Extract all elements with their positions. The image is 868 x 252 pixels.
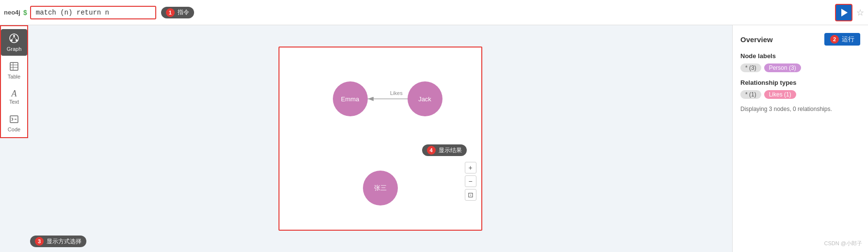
annotation-2-label: 运行	[842, 35, 854, 44]
node-labels-title: Node labels	[740, 52, 860, 60]
star-icon[interactable]: ☆	[856, 7, 864, 18]
annotation-4-label: 显示结果	[439, 146, 462, 155]
sidebar-item-code[interactable]: Code	[1, 110, 27, 136]
text-icon: A	[12, 89, 17, 98]
fit-button[interactable]: ⊡	[465, 189, 476, 201]
node-emma[interactable]: Emma	[333, 81, 368, 116]
display-count: Displaying 3 nodes, 0 relationships.	[740, 106, 860, 112]
node-zhangsan-label: 张三	[374, 184, 387, 192]
sidebar-item-table[interactable]: Table	[1, 58, 27, 83]
sidebar-item-text[interactable]: A Text	[1, 85, 27, 109]
node-tag-all[interactable]: * (3)	[740, 63, 761, 72]
left-area: Graph Table A Text	[0, 25, 28, 252]
rel-tags-row: * (1) Likes (1)	[740, 90, 860, 99]
overview-title: Overview	[740, 35, 773, 44]
table-icon	[9, 62, 19, 73]
annotation-3-badge: 3 显示方式选择	[30, 236, 86, 247]
sidebar-graph-label: Graph	[7, 46, 22, 52]
left-sidebar: Graph Table A Text	[0, 25, 28, 138]
right-panel: Overview 2 运行 Node labels * (3) Person (…	[732, 25, 868, 252]
annotation-2-number: 2	[830, 35, 839, 44]
node-emma-label: Emma	[341, 95, 360, 103]
svg-rect-10	[10, 116, 18, 123]
annotation-4-number: 4	[427, 146, 436, 155]
center-area: Likes Emma Jack 张三 + − ⊡ 4 显	[28, 25, 732, 252]
edge-label: Likes	[390, 90, 403, 96]
annotation-1-number: 1	[166, 8, 175, 17]
zoom-in-button[interactable]: +	[465, 162, 476, 173]
rel-tag-all[interactable]: * (1)	[740, 90, 761, 99]
csdn-watermark: CSDN @小郎子	[824, 240, 862, 247]
sidebar-code-label: Code	[8, 126, 20, 132]
dollar-sign: $	[23, 9, 27, 16]
rel-tag-likes[interactable]: Likes (1)	[764, 90, 796, 99]
svg-line-5	[14, 37, 16, 39]
code-icon	[9, 114, 19, 126]
sidebar-item-graph[interactable]: Graph	[1, 29, 27, 56]
zoom-out-button[interactable]: −	[465, 175, 476, 187]
neo4j-label: neo4j	[4, 9, 20, 16]
graph-container[interactable]: Likes Emma Jack 张三 + − ⊡ 4 显	[278, 47, 482, 231]
annotation-4-badge: 4 显示结果	[422, 144, 467, 156]
annotation-1-badge: 1 指令	[161, 7, 194, 18]
annotation-3-number: 3	[35, 237, 44, 246]
run-query-button[interactable]	[835, 4, 852, 21]
node-jack[interactable]: Jack	[408, 81, 442, 116]
annotation-3-label: 显示方式选择	[47, 237, 82, 246]
svg-line-4	[12, 37, 14, 39]
graph-icon	[9, 33, 19, 45]
play-icon	[841, 9, 848, 16]
zoom-controls: + − ⊡	[465, 162, 476, 201]
top-right-controls: ☆	[835, 4, 864, 21]
annotation-1-label: 指令	[178, 8, 189, 16]
node-tags-row: * (3) Person (3)	[740, 63, 860, 72]
svg-point-1	[13, 35, 15, 37]
node-jack-label: Jack	[418, 95, 431, 103]
sidebar-text-label: Text	[9, 99, 19, 105]
rel-types-title: Relationship types	[740, 79, 860, 86]
svg-rect-6	[10, 63, 18, 70]
node-zhangsan[interactable]: 张三	[363, 171, 398, 205]
overview-header: Overview 2 运行	[740, 33, 860, 46]
annotation-2-badge[interactable]: 2 运行	[824, 33, 860, 46]
main-content: Graph Table A Text	[0, 25, 868, 252]
query-input[interactable]	[30, 6, 156, 19]
node-tag-person[interactable]: Person (3)	[764, 63, 801, 72]
svg-point-3	[16, 39, 17, 41]
svg-line-12	[12, 119, 13, 121]
sidebar-table-label: Table	[8, 74, 20, 79]
top-bar: neo4j $ 1 指令 ☆	[0, 0, 868, 25]
svg-point-2	[11, 39, 13, 41]
